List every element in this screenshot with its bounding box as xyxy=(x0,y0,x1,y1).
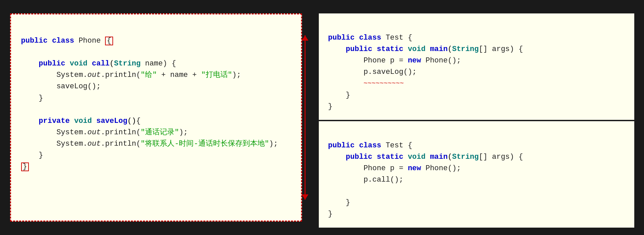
vertical-arrow-container xyxy=(302,14,308,221)
right-top-code-block: public class Test { public static void m… xyxy=(328,21,625,112)
right-top-panel: public class Test { public static void m… xyxy=(319,13,634,120)
left-code-block: public class Phone { public void call(St… xyxy=(21,24,291,173)
left-panel: public class Phone { public void call(St… xyxy=(10,13,302,222)
right-bottom-code-block: public class Test { public static void m… xyxy=(328,129,625,220)
main-container: public class Phone { public void call(St… xyxy=(10,13,634,222)
right-panels: public class Test { public static void m… xyxy=(319,13,634,222)
vertical-arrow xyxy=(302,35,308,200)
arrow-head-down xyxy=(302,194,308,200)
right-bottom-panel: public class Test { public static void m… xyxy=(319,121,634,228)
arrow-line xyxy=(304,35,305,200)
